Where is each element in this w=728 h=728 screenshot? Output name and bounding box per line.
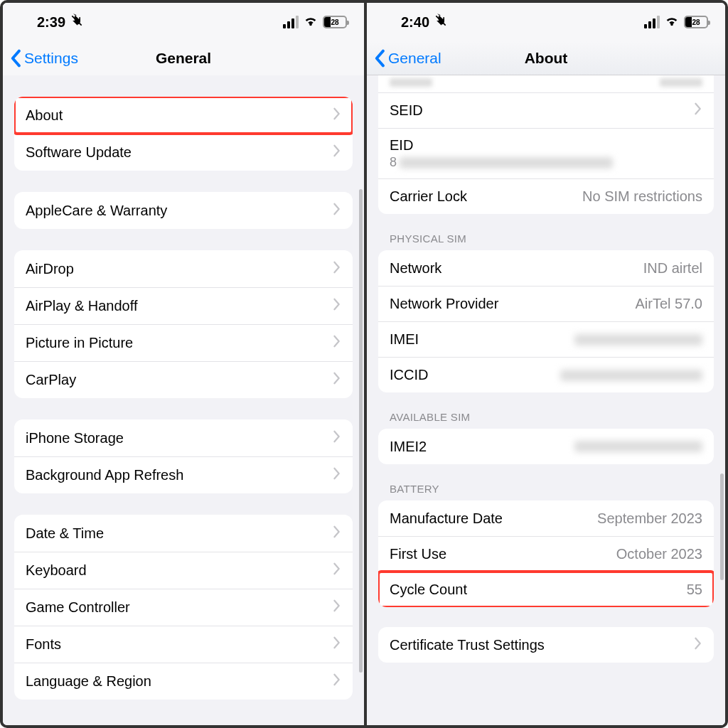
cellular-signal-icon <box>644 16 660 28</box>
section-header-physical-sim: PHYSICAL SIM <box>378 214 714 250</box>
row-cycle-count[interactable]: Cycle Count 55 <box>378 572 714 607</box>
chevron-right-icon <box>333 261 341 277</box>
row-airdrop[interactable]: AirDrop <box>14 250 353 287</box>
row-label: ICCID <box>390 367 428 383</box>
row-value: October 2023 <box>616 546 702 562</box>
row-label: Picture in Picture <box>26 335 133 351</box>
row-value: AirTel 57.0 <box>636 296 703 312</box>
chevron-right-icon <box>694 637 702 653</box>
chevron-right-icon <box>333 372 341 388</box>
status-left: 2:40 <box>401 14 448 31</box>
status-time: 2:40 <box>401 14 429 31</box>
mute-icon <box>434 14 448 31</box>
about-group-available-sim: IMEI2 <box>378 429 714 464</box>
row-pip[interactable]: Picture in Picture <box>14 324 353 361</box>
scroll-indicator[interactable] <box>720 473 724 580</box>
row-label: About <box>26 107 63 124</box>
row-imei2[interactable]: IMEI2 <box>378 429 714 464</box>
nav-bar: Settings General <box>3 41 364 75</box>
section-header-available-sim: AVAILABLE SIM <box>378 392 714 429</box>
row-background-app-refresh[interactable]: Background App Refresh <box>14 456 353 493</box>
row-certificate-trust[interactable]: Certificate Trust Settings <box>378 627 714 663</box>
row-keyboard[interactable]: Keyboard <box>14 552 353 589</box>
about-group-battery: Manufacture Date September 2023 First Us… <box>378 500 714 607</box>
row-network-provider[interactable]: Network Provider AirTel 57.0 <box>378 286 714 321</box>
eid-value: 8 <box>390 155 613 170</box>
chevron-right-icon <box>333 144 341 161</box>
row-network[interactable]: Network IND airtel <box>378 250 714 286</box>
chevron-right-icon <box>333 335 341 351</box>
row-game-controller[interactable]: Game Controller <box>14 589 353 626</box>
status-time: 2:39 <box>37 14 65 31</box>
redacted-value <box>400 157 613 168</box>
row-label: IMEI2 <box>390 439 427 455</box>
back-button[interactable]: Settings <box>10 41 78 75</box>
row-about[interactable]: About <box>14 97 353 134</box>
row-label: AppleCare & Warranty <box>26 203 167 219</box>
row-label: iPhone Storage <box>26 430 124 446</box>
row-fonts[interactable]: Fonts <box>14 626 353 663</box>
general-settings-screen: 2:39 28 Settings General <box>3 3 364 725</box>
row-value: September 2023 <box>597 510 702 527</box>
scroll-indicator[interactable] <box>359 189 363 673</box>
row-seid[interactable]: SEID <box>378 92 714 128</box>
back-label: Settings <box>24 50 78 67</box>
row-partial <box>378 75 714 92</box>
battery-icon: 28 <box>323 16 347 28</box>
redacted-value <box>560 370 702 381</box>
row-label: IMEI <box>390 331 419 348</box>
row-date-time[interactable]: Date & Time <box>14 515 353 552</box>
about-group-cert: Certificate Trust Settings <box>378 627 714 663</box>
row-label: Language & Region <box>26 673 151 690</box>
back-button[interactable]: General <box>374 41 441 75</box>
page-title: General <box>156 50 211 67</box>
battery-pct: 28 <box>324 18 346 26</box>
row-airplay[interactable]: AirPlay & Handoff <box>14 287 353 324</box>
chevron-right-icon <box>333 298 341 314</box>
row-manufacture-date[interactable]: Manufacture Date September 2023 <box>378 500 714 536</box>
chevron-right-icon <box>333 467 341 483</box>
settings-list: About Software Update AppleCare & Warran… <box>3 75 364 725</box>
nav-bar: General About <box>367 41 725 75</box>
row-label: Certificate Trust Settings <box>390 637 545 653</box>
row-software-update[interactable]: Software Update <box>14 134 353 171</box>
row-iphone-storage[interactable]: iPhone Storage <box>14 419 353 456</box>
row-label: Carrier Lock <box>390 188 467 205</box>
row-value: IND airtel <box>643 260 702 277</box>
chevron-right-icon <box>333 203 341 219</box>
chevron-right-icon <box>333 107 341 124</box>
chevron-right-icon <box>333 673 341 690</box>
row-eid[interactable]: EID 8 <box>378 128 714 178</box>
chevron-right-icon <box>333 599 341 616</box>
status-right: 28 <box>644 13 708 31</box>
section-header-battery: BATTERY <box>378 464 714 500</box>
row-carrier-lock[interactable]: Carrier Lock No SIM restrictions <box>378 178 714 214</box>
status-left: 2:39 <box>37 14 84 31</box>
row-label: Fonts <box>26 636 61 653</box>
wifi-icon <box>303 13 318 31</box>
row-label: Software Update <box>26 144 132 161</box>
mute-icon <box>70 14 84 31</box>
cellular-signal-icon <box>283 16 299 28</box>
row-label: Network <box>390 260 441 277</box>
row-label: Game Controller <box>26 599 130 616</box>
row-language-region[interactable]: Language & Region <box>14 663 353 700</box>
chevron-right-icon <box>333 430 341 446</box>
chevron-right-icon <box>694 102 702 119</box>
row-label: Cycle Count <box>390 582 467 598</box>
row-label: CarPlay <box>26 372 76 388</box>
row-first-use[interactable]: First Use October 2023 <box>378 536 714 572</box>
row-carplay[interactable]: CarPlay <box>14 361 353 398</box>
row-label: Keyboard <box>26 562 87 579</box>
chevron-right-icon <box>333 636 341 653</box>
row-label: SEID <box>390 102 423 119</box>
row-value: No SIM restrictions <box>582 188 702 205</box>
about-screen: 2:40 28 General About <box>364 3 725 725</box>
row-label: AirPlay & Handoff <box>26 298 138 314</box>
wifi-icon <box>664 13 680 31</box>
row-applecare[interactable]: AppleCare & Warranty <box>14 192 353 229</box>
row-iccid[interactable]: ICCID <box>378 357 714 392</box>
row-value: 55 <box>687 582 702 598</box>
row-imei[interactable]: IMEI <box>378 321 714 357</box>
battery-pct: 28 <box>685 18 707 26</box>
